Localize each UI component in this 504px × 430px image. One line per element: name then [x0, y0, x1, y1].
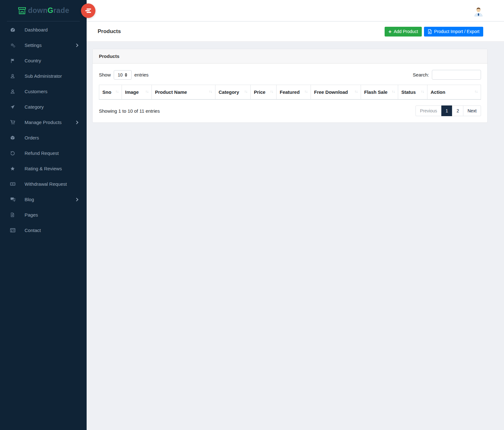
sidebar-item-contact[interactable]: Contact — [0, 223, 87, 238]
user-avatar[interactable] — [473, 6, 484, 17]
sidebar-item-orders[interactable]: Orders — [0, 130, 87, 145]
page-title: Products — [98, 28, 385, 35]
sidebar-item-label: Orders — [25, 135, 78, 140]
user-icon — [10, 89, 16, 94]
topbar — [87, 0, 504, 21]
sort-arrows-icon: ↑↓ — [421, 89, 424, 94]
sidebar-item-sub-administrator[interactable]: Sub Administrator — [0, 68, 87, 84]
sidebar-item-label: Pages — [25, 212, 78, 218]
entries-label: entries — [135, 72, 149, 77]
show-label: Show — [99, 72, 111, 77]
pagination: Previous12Next — [416, 105, 481, 116]
comments-icon — [10, 197, 16, 202]
sidebar-item-rating-reviews[interactable]: Rating & Reviews — [0, 161, 87, 176]
cart-icon — [10, 120, 16, 125]
sidebar-item-label: Settings — [25, 42, 75, 48]
money-icon — [10, 181, 16, 187]
cube-icon — [10, 135, 16, 140]
pagination-page-1[interactable]: 1 — [441, 105, 453, 116]
sidebar-item-label: Dashboard — [25, 27, 78, 32]
sidebar-item-settings[interactable]: Settings — [0, 37, 87, 53]
sort-arrows-icon: ↑↓ — [354, 89, 358, 94]
sidebar-item-label: Withdrawal Request — [25, 181, 78, 187]
sidebar-toggle-button[interactable] — [81, 3, 95, 18]
column-header-status[interactable]: Status↑↓ — [398, 85, 427, 100]
column-header-action[interactable]: Action↑↓ — [427, 85, 481, 100]
add-product-button[interactable]: + Add Product — [385, 27, 422, 37]
star-icon — [10, 166, 16, 171]
search-input[interactable] — [432, 70, 481, 80]
sidebar-item-label: Customers — [25, 89, 78, 94]
sidebar-item-withdrawal-request[interactable]: Withdrawal Request — [0, 176, 87, 192]
chevron-right-icon — [75, 121, 78, 124]
sort-arrows-icon: ↑↓ — [244, 89, 247, 94]
chevron-right-icon — [75, 198, 78, 201]
chevron-right-icon — [75, 43, 78, 47]
menu-stream-icon — [85, 8, 91, 13]
products-table: Sno↑↓Image↑↓Product Name↑↓Category↑↓Pric… — [99, 85, 481, 100]
sidebar-item-country[interactable]: Country — [0, 53, 87, 68]
pagination-previous[interactable]: Previous — [415, 105, 441, 116]
column-header-sno[interactable]: Sno↑↓ — [99, 85, 122, 100]
product-import-export-button[interactable]: Product Import / Export — [424, 27, 483, 37]
column-header-price[interactable]: Price↑↓ — [251, 85, 277, 100]
file-icon — [10, 212, 16, 217]
sort-arrows-icon: ↑↓ — [474, 89, 478, 94]
sort-arrows-icon: ↑↓ — [115, 89, 118, 94]
sidebar-item-dashboard[interactable]: Dashboard — [0, 22, 87, 37]
sidebar-item-label: Sub Administrator — [25, 73, 78, 79]
sidebar-item-label: Country — [25, 58, 78, 63]
sort-arrows-icon: ↑↓ — [304, 89, 307, 94]
card-title: Products — [93, 49, 487, 64]
send-icon — [10, 105, 16, 110]
pagination-page-2[interactable]: 2 — [452, 105, 463, 116]
gears-icon — [10, 42, 16, 48]
excel-file-icon — [428, 29, 432, 34]
sidebar: downGrade DashboardSettingsCountrySub Ad… — [0, 0, 87, 430]
sidebar-item-label: Refund Request — [25, 150, 78, 156]
plus-icon: + — [388, 29, 392, 34]
column-header-image[interactable]: Image↑↓ — [122, 85, 152, 100]
sort-arrows-icon: ↑↓ — [392, 89, 395, 94]
sidebar-item-category[interactable]: Category — [0, 99, 87, 115]
sort-arrows-icon: ↑↓ — [209, 89, 212, 94]
flag-icon — [10, 58, 16, 63]
page-size-select[interactable]: 10 — [114, 70, 132, 80]
sidebar-item-manage-products[interactable]: Manage Products — [0, 115, 87, 130]
storefront-icon — [17, 6, 27, 15]
products-card: Products Show 10 entries Search: — [92, 49, 488, 123]
column-header-free-download[interactable]: Free Download↑↓ — [311, 85, 361, 100]
brand-logo[interactable]: downGrade — [7, 0, 80, 21]
page-header: Products + Add Product Product Import / … — [87, 22, 504, 42]
sort-arrows-icon: ↑↓ — [270, 89, 273, 94]
undo-icon — [10, 151, 16, 156]
sidebar-item-label: Blog — [25, 197, 75, 202]
search-label: Search: — [413, 72, 429, 77]
id-card-icon — [10, 228, 16, 233]
dashboard-icon — [10, 27, 16, 32]
user-icon — [10, 74, 16, 79]
select-arrows-icon — [125, 73, 127, 77]
entries-summary: Showing 1 to 10 of 11 entries — [99, 108, 160, 114]
column-header-product-name[interactable]: Product Name↑↓ — [152, 85, 215, 100]
sidebar-item-refund-request[interactable]: Refund Request — [0, 145, 87, 161]
pagination-next[interactable]: Next — [463, 105, 481, 116]
sidebar-item-label: Rating & Reviews — [25, 166, 78, 171]
sort-arrows-icon: ↑↓ — [145, 89, 148, 94]
column-header-category[interactable]: Category↑↓ — [215, 85, 251, 100]
sidebar-item-pages[interactable]: Pages — [0, 207, 87, 223]
sidebar-menu: DashboardSettingsCountrySub Administrato… — [0, 21, 87, 238]
sidebar-item-label: Category — [25, 104, 78, 110]
sidebar-item-blog[interactable]: Blog — [0, 192, 87, 207]
sidebar-item-label: Manage Products — [25, 120, 75, 125]
sidebar-item-customers[interactable]: Customers — [0, 84, 87, 99]
sidebar-item-label: Contact — [25, 228, 78, 233]
brand-name: downGrade — [28, 6, 69, 15]
column-header-flash-sale[interactable]: Flash Sale↑↓ — [361, 85, 398, 100]
table-header-row: Sno↑↓Image↑↓Product Name↑↓Category↑↓Pric… — [99, 85, 481, 100]
column-header-featured[interactable]: Featured↑↓ — [277, 85, 311, 100]
